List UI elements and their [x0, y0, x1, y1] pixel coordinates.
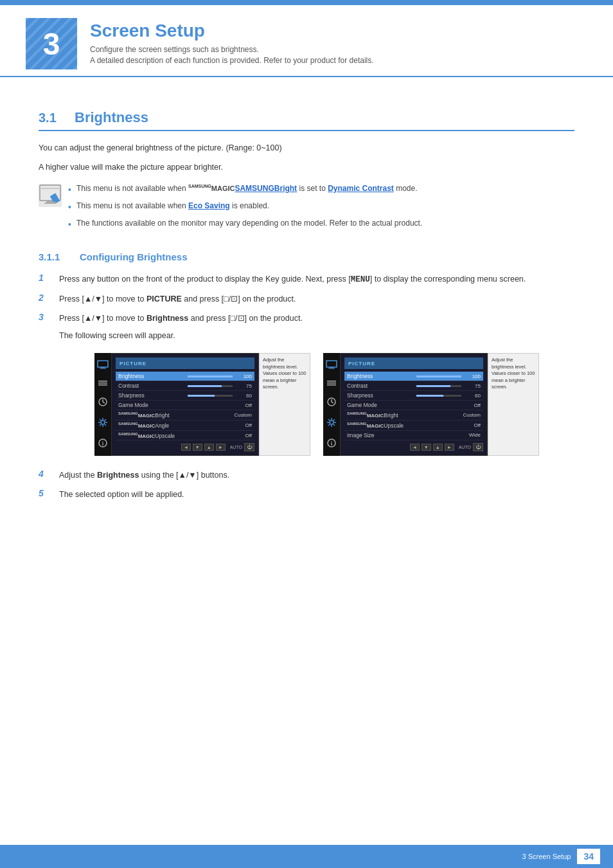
osd-screenshots: i PICTURE Brightness100Contrast75Sharpne…	[59, 353, 574, 456]
chapter-header: 3 Screen Setup Configure the screen sett…	[0, 5, 613, 77]
chapter-number: 3	[26, 18, 77, 69]
subsection-311-heading: 3.1.1 Configuring Brightness	[39, 251, 574, 262]
osd-menu-item: Sharpness60	[344, 391, 483, 401]
osd2-icon-info: i	[326, 438, 337, 449]
osd-menu-item: Game ModeOff	[116, 401, 254, 410]
note-item-1: • This menu is not available when SAMSUN…	[68, 183, 574, 197]
osd2-icon-lines	[326, 379, 337, 388]
chapter-title: Screen Setup	[90, 21, 374, 41]
osd-menu-item: Image SizeWide	[344, 431, 483, 440]
subsection-311-number: 3.1.1	[39, 251, 72, 262]
osd-menu-item: Brightness100	[116, 372, 254, 381]
note-item-3: • The functions available on the monitor…	[68, 217, 574, 231]
osd-2-wrapper: i PICTURE Brightness100Contrast75Sharpne…	[323, 353, 539, 456]
osd-1-items: Brightness100Contrast75Sharpness60Game M…	[116, 372, 254, 440]
svg-rect-21	[327, 383, 336, 384]
osd-1-left-icons: i	[94, 353, 111, 456]
osd-menu-item: Brightness100	[344, 372, 483, 381]
osd2-icon-monitor	[326, 360, 337, 370]
chapter-desc2: A detailed description of each function …	[90, 56, 374, 65]
step-3-sub: The following screen will appear.	[59, 331, 574, 340]
section-31-heading: 3.1 Brightness	[39, 109, 574, 131]
osd-menu-item: Sharpness60	[116, 391, 254, 401]
svg-text:i: i	[331, 440, 333, 447]
step-5: 5 The selected option will be applied.	[39, 488, 574, 501]
svg-rect-17	[326, 361, 337, 367]
osd-icon-info: i	[98, 438, 108, 449]
osd-1-callout: Adjust the brightness level. Values clos…	[259, 353, 310, 456]
osd-menu-item: Contrast75	[344, 381, 483, 391]
svg-rect-9	[100, 368, 106, 368]
osd-menu-item: SAMSUNGMAGICAngleOff	[116, 420, 254, 431]
note-icon	[39, 184, 62, 207]
subsection-311-title: Configuring Brightness	[80, 251, 188, 262]
footer-text: 3 Screen Setup	[522, 853, 571, 860]
section-31-number: 3.1	[39, 111, 64, 125]
body-para1: You can adjust the general brightness of…	[39, 141, 574, 154]
osd-2-nav: ◄ ▼ ▲ ► AUTO ⏻	[344, 443, 483, 451]
footer-page-number: 34	[577, 849, 600, 864]
osd-icon-monitor	[97, 360, 109, 370]
svg-rect-19	[328, 368, 335, 368]
step-4: 4 Adjust the Brightness using the [▲/▼] …	[39, 469, 574, 482]
osd-2-items: Brightness100Contrast75Sharpness60Game M…	[344, 372, 483, 440]
svg-rect-12	[98, 384, 107, 386]
svg-rect-22	[327, 384, 336, 386]
svg-rect-8	[101, 367, 105, 368]
step-3: 3 Press [▲/▼] to move to Brightness and …	[39, 312, 574, 325]
note-content: • This menu is not available when SAMSUN…	[68, 183, 574, 235]
osd-menu-item: SAMSUNGMAGICUpscaleOff	[344, 420, 483, 431]
svg-point-24	[330, 420, 333, 424]
osd-1-title-bar: PICTURE	[116, 357, 254, 369]
osd-menu-item: SAMSUNGMAGICBrightCustom	[344, 410, 483, 420]
svg-rect-10	[98, 381, 107, 382]
svg-rect-11	[98, 383, 107, 384]
osd-menu-item: SAMSUNGMAGICUpscaleOff	[116, 431, 254, 441]
osd-menu-item: Contrast75	[116, 381, 254, 391]
note-box: • This menu is not available when SAMSUN…	[39, 183, 574, 235]
main-content: 3.1 Brightness You can adjust the genera…	[0, 84, 613, 546]
osd-1-wrapper: i PICTURE Brightness100Contrast75Sharpne…	[94, 353, 310, 456]
osd-icon-gear	[98, 417, 108, 429]
osd-menu-item: SAMSUNGMAGICBrightCustom	[116, 410, 254, 420]
osd2-icon-gear	[326, 417, 337, 429]
step-1: 1 Press any button on the front of the p…	[39, 273, 574, 286]
note-item-2: • This menu is not available when Eco Sa…	[68, 200, 574, 214]
osd-2-screen: PICTURE Brightness100Contrast75Sharpness…	[340, 353, 488, 456]
samsung-magic-brand-1: SAMSUNGMAGIC	[188, 184, 235, 193]
top-accent-bar	[0, 0, 613, 5]
osd-2-title-bar: PICTURE	[344, 357, 483, 369]
body-para2: A higher value will make the picture app…	[39, 161, 574, 174]
osd-icon-circle-arrow	[98, 397, 108, 408]
chapter-title-block: Screen Setup Configure the screen settin…	[90, 21, 374, 67]
chapter-desc1: Configure the screen settings such as br…	[90, 45, 374, 54]
svg-rect-18	[330, 367, 333, 368]
step-2: 2 Press [▲/▼] to move to PICTURE and pre…	[39, 293, 574, 305]
svg-text:i: i	[102, 440, 104, 447]
svg-point-14	[101, 420, 105, 424]
osd-2-callout: Adjust the brightness level. Values clos…	[488, 353, 539, 456]
osd-1-screen: PICTURE Brightness100Contrast75Sharpness…	[111, 353, 259, 456]
osd-menu-item: Game ModeOff	[344, 401, 483, 410]
osd-2-left-icons: i	[323, 353, 340, 456]
osd-1-nav: ◄ ▼ ▲ ► AUTO ⏻	[116, 443, 254, 451]
osd-icon-lines	[98, 379, 108, 388]
osd2-icon-circle-arrow	[326, 397, 337, 408]
page-footer: 3 Screen Setup 34	[0, 845, 613, 868]
svg-rect-20	[327, 381, 336, 382]
section-31-title: Brightness	[75, 109, 148, 126]
svg-rect-7	[98, 361, 108, 367]
